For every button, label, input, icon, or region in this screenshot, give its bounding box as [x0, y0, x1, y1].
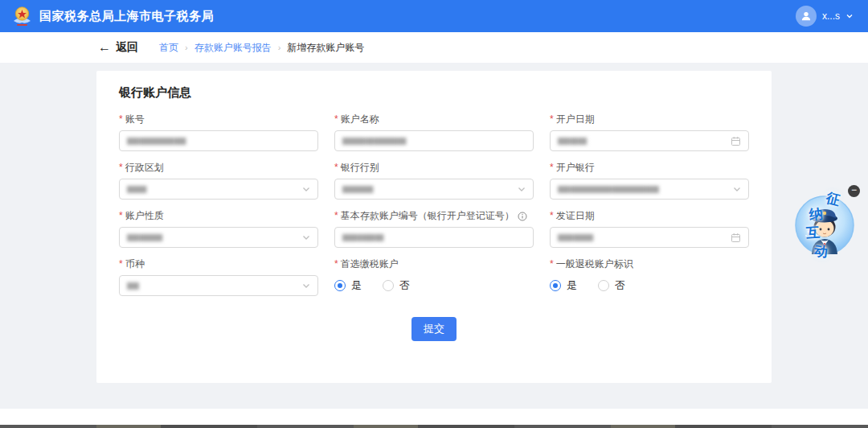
open-date-picker[interactable]: ███ ██ ██ [550, 130, 749, 151]
required-mark: * [334, 210, 338, 222]
chevron-down-icon [845, 12, 854, 20]
field-label: 账号 [125, 113, 145, 126]
radio-label: 否 [615, 278, 625, 293]
redacted-value: ██████ ██ ██████ ██ [342, 138, 526, 145]
chevron-down-icon [518, 187, 526, 192]
radio-label: 是 [567, 278, 577, 293]
taskbar-edge [0, 425, 868, 428]
opening-bank-select[interactable]: ███ ███████████ █████████ ███ [550, 179, 749, 200]
tax-assistant-avatar[interactable] [794, 195, 855, 256]
required-mark: * [119, 258, 123, 270]
redacted-value: ███ ███████████ █████████ ███ [558, 186, 728, 193]
radio-no[interactable]: 否 [598, 278, 625, 293]
field-label: 发证日期 [556, 210, 595, 222]
redacted-value: ███ █████████ ███ [127, 138, 310, 145]
radio-yes[interactable]: 是 [334, 278, 362, 293]
back-button[interactable]: ← 返回 [98, 40, 138, 55]
form-grid: * 账号 ███ █████████ ███ * 账户名称 ██████ ██ … [119, 113, 749, 296]
basic-account-no-input[interactable]: ████ █ ███ ██ [334, 227, 534, 248]
required-mark: * [550, 113, 554, 126]
required-mark: * [334, 113, 338, 126]
field-general-refund-flag: * 一般退税账户标识 是 否 [550, 258, 749, 296]
field-label: 一般退税账户标识 [556, 258, 633, 270]
field-label: 银行行别 [341, 162, 379, 174]
radio-icon [598, 280, 609, 291]
tax-assistant-widget: − 征 纳 互 动 [788, 183, 863, 265]
field-label: 开户银行 [556, 162, 595, 174]
chevron-down-icon [733, 187, 741, 192]
required-mark: * [550, 258, 554, 270]
field-issue-date: * 发证日期 ████ █████ [550, 210, 749, 248]
chevron-down-icon [302, 235, 310, 241]
submit-row: 提交 [119, 317, 749, 341]
bank-category-select[interactable]: ████████ [334, 179, 534, 200]
account-name-input[interactable]: ██████ ██ ██████ ██ [334, 130, 534, 151]
radio-yes[interactable]: 是 [550, 278, 577, 293]
radio-no[interactable]: 否 [383, 278, 410, 293]
account-number-input[interactable]: ███ █████████ ███ [119, 130, 318, 151]
redacted-value: ███ ██ ██ [558, 138, 726, 145]
required-mark: * [334, 162, 338, 174]
field-currency: * 币种 ███ [119, 258, 318, 296]
info-icon[interactable] [518, 212, 527, 221]
required-mark: * [550, 162, 554, 174]
field-bank-category: * 银行行别 ████████ [334, 162, 534, 200]
field-basic-account-no: * 基本存款账户编号（银行开户登记证号） ████ █ ███ ██ [334, 210, 534, 248]
field-preferred-tax-account: * 首选缴税账户 是 否 [334, 258, 534, 296]
redacted-value: ███ ██████ [127, 234, 297, 241]
breadcrumb-parent[interactable]: 存款账户账号报告 [194, 41, 272, 55]
preferred-tax-account-radio-group: 是 否 [334, 275, 534, 296]
app-header: 国家税务总局上海市电子税务局 x...s [0, 0, 868, 32]
required-mark: * [334, 258, 338, 270]
admin-division-select[interactable]: █████ [119, 179, 318, 200]
user-menu[interactable]: x...s [796, 6, 854, 27]
section-title: 银行账户信息 [119, 85, 749, 101]
back-label: 返回 [116, 40, 138, 55]
field-opening-bank: * 开户银行 ███ ███████████ █████████ ███ [550, 162, 749, 200]
radio-icon [334, 280, 346, 291]
redacted-value: █████ [127, 186, 297, 193]
field-label: 账户性质 [125, 210, 164, 222]
redacted-value: ███ [127, 282, 297, 290]
field-open-date: * 开户日期 ███ ██ ██ [550, 113, 749, 151]
bank-account-form-card: 银行账户信息 * 账号 ███ █████████ ███ * 账户名称 ███… [96, 71, 772, 383]
field-admin-division: * 行政区划 █████ [119, 162, 318, 200]
breadcrumb-separator: › [278, 43, 281, 52]
user-name: x...s [822, 10, 840, 22]
radio-icon [383, 280, 394, 291]
general-refund-flag-radio-group: 是 否 [550, 275, 749, 296]
redacted-value: ████████ [342, 186, 513, 193]
required-mark: * [119, 113, 123, 126]
currency-select[interactable]: ███ [119, 275, 318, 296]
back-arrow-icon: ← [98, 41, 111, 54]
user-icon [800, 10, 812, 22]
radio-icon [550, 280, 561, 291]
calendar-icon [731, 136, 741, 146]
calendar-icon [731, 233, 741, 243]
radio-label: 是 [351, 278, 362, 293]
field-account-nature: * 账户性质 ███ ██████ [119, 210, 318, 248]
breadcrumb-separator: › [185, 43, 188, 52]
field-label: 基本存款账户编号（银行开户登记证号） [341, 210, 514, 222]
field-label: 首选缴税账户 [341, 258, 399, 270]
redacted-value: ████ █ ███ ██ [342, 234, 526, 241]
submit-button[interactable]: 提交 [411, 317, 457, 341]
field-account-number: * 账号 ███ █████████ ███ [119, 113, 318, 151]
required-mark: * [550, 210, 554, 222]
required-mark: * [119, 210, 123, 222]
chevron-down-icon [302, 283, 310, 289]
page-title: 国家税务总局上海市电子税务局 [39, 9, 214, 24]
radio-label: 否 [399, 278, 410, 293]
main-area: 银行账户信息 * 账号 ███ █████████ ███ * 账户名称 ███… [0, 63, 868, 409]
account-nature-select[interactable]: ███ ██████ [119, 227, 318, 248]
chevron-down-icon [302, 187, 310, 192]
field-label: 行政区划 [125, 162, 164, 174]
footer-spacer [0, 409, 868, 425]
redacted-value: ████ █████ [558, 234, 726, 241]
issue-date-picker[interactable]: ████ █████ [550, 227, 749, 248]
breadcrumb-home[interactable]: 首页 [159, 41, 178, 55]
field-label: 账户名称 [341, 113, 379, 126]
user-avatar[interactable] [796, 6, 817, 27]
breadcrumb-bar: ← 返回 首页 › 存款账户账号报告 › 新增存款账户账号 [0, 32, 868, 63]
breadcrumb-current: 新增存款账户账号 [287, 41, 364, 55]
